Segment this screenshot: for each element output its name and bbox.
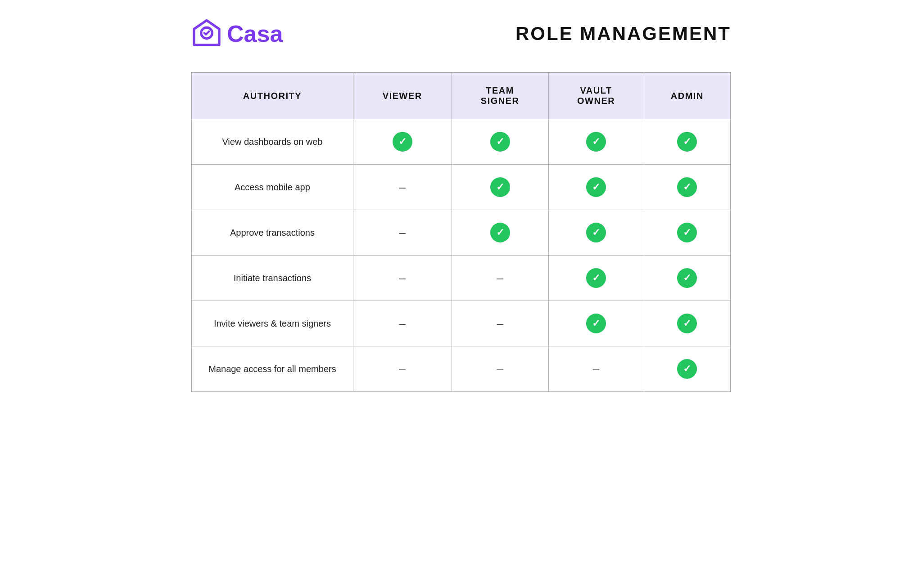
cell-team_signer: ✓ (452, 210, 548, 256)
check-icon: ✓ (677, 359, 697, 379)
cell-viewer: – (353, 301, 452, 346)
cell-vault_owner: ✓ (548, 165, 644, 210)
cell-team_signer: – (452, 301, 548, 346)
table-row: Approve transactions–✓✓✓ (191, 210, 731, 256)
logo-text: Casa (227, 20, 283, 47)
dash-icon: – (399, 226, 406, 239)
cell-team_signer: ✓ (452, 165, 548, 210)
check-icon: ✓ (393, 132, 412, 152)
cell-team_signer: – (452, 256, 548, 301)
table-row: Initiate transactions––✓✓ (191, 256, 731, 301)
col-header-team-signer: TEAMSIGNER (452, 72, 548, 119)
cell-admin: ✓ (644, 346, 731, 392)
page-header: Casa ROLE MANAGEMENT (191, 18, 731, 49)
logo: Casa (191, 18, 283, 49)
cell-team_signer: ✓ (452, 119, 548, 165)
table-row: Access mobile app–✓✓✓ (191, 165, 731, 210)
check-icon: ✓ (586, 268, 606, 288)
dash-icon: – (497, 362, 503, 376)
cell-viewer: – (353, 346, 452, 392)
cell-admin: ✓ (644, 301, 731, 346)
cell-vault_owner: ✓ (548, 301, 644, 346)
dash-icon: – (593, 362, 599, 376)
cell-team_signer: – (452, 346, 548, 392)
cell-vault_owner: ✓ (548, 256, 644, 301)
dash-icon: – (497, 271, 503, 285)
col-header-authority: AUTHORITY (191, 72, 353, 119)
check-icon: ✓ (490, 177, 510, 197)
cell-viewer: – (353, 256, 452, 301)
authority-cell: Approve transactions (191, 210, 353, 256)
col-header-viewer: VIEWER (353, 72, 452, 119)
role-management-table: AUTHORITY VIEWER TEAMSIGNER VAULTOWNER A… (191, 72, 731, 392)
col-header-admin: ADMIN (644, 72, 731, 119)
check-icon: ✓ (677, 132, 697, 152)
cell-admin: ✓ (644, 256, 731, 301)
cell-vault_owner: ✓ (548, 119, 644, 165)
cell-admin: ✓ (644, 119, 731, 165)
table-row: Invite viewers & team signers––✓✓ (191, 301, 731, 346)
cell-vault_owner: ✓ (548, 210, 644, 256)
table-row: View dashboards on web✓✓✓✓ (191, 119, 731, 165)
authority-cell: View dashboards on web (191, 119, 353, 165)
check-icon: ✓ (677, 177, 697, 197)
col-header-vault-owner: VAULTOWNER (548, 72, 644, 119)
cell-admin: ✓ (644, 210, 731, 256)
authority-cell: Access mobile app (191, 165, 353, 210)
authority-cell: Invite viewers & team signers (191, 301, 353, 346)
check-icon: ✓ (586, 314, 606, 333)
cell-viewer: ✓ (353, 119, 452, 165)
dash-icon: – (399, 362, 406, 376)
dash-icon: – (399, 180, 406, 194)
check-icon: ✓ (490, 223, 510, 242)
cell-viewer: – (353, 165, 452, 210)
cell-vault_owner: – (548, 346, 644, 392)
authority-cell: Initiate transactions (191, 256, 353, 301)
check-icon: ✓ (586, 223, 606, 242)
table-header-row: AUTHORITY VIEWER TEAMSIGNER VAULTOWNER A… (191, 72, 731, 119)
dash-icon: – (399, 271, 406, 285)
table-row: Manage access for all members–––✓ (191, 346, 731, 392)
check-icon: ✓ (586, 132, 606, 152)
page-title: ROLE MANAGEMENT (515, 23, 731, 45)
check-icon: ✓ (677, 268, 697, 288)
check-icon: ✓ (677, 223, 697, 242)
dash-icon: – (399, 317, 406, 330)
check-icon: ✓ (490, 132, 510, 152)
dash-icon: – (497, 317, 503, 330)
casa-logo-icon (191, 18, 222, 49)
cell-admin: ✓ (644, 165, 731, 210)
cell-viewer: – (353, 210, 452, 256)
check-icon: ✓ (586, 177, 606, 197)
authority-cell: Manage access for all members (191, 346, 353, 392)
check-icon: ✓ (677, 314, 697, 333)
